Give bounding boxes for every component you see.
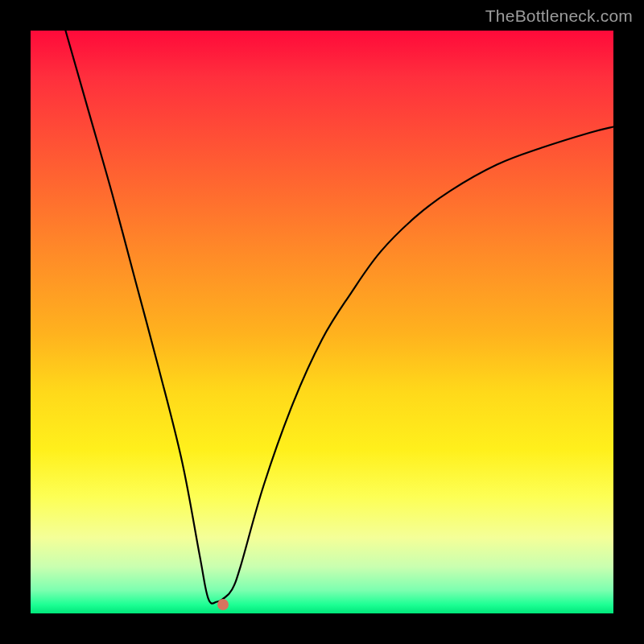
- bottleneck-curve: [31, 31, 613, 613]
- watermark-text: TheBottleneck.com: [485, 6, 633, 26]
- optimal-point-marker: [217, 599, 229, 610]
- plot-area: [31, 31, 613, 613]
- chart-frame: TheBottleneck.com: [0, 0, 644, 644]
